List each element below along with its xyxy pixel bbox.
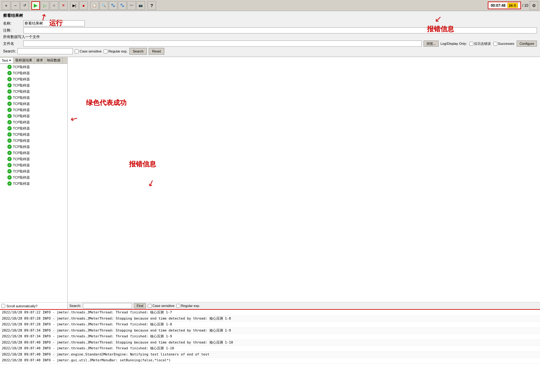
log-line: 2022/10/28 09:07:34 INFO - jmeter.thread… bbox=[0, 328, 540, 334]
tree-item[interactable]: ✓ TCP取样器 bbox=[0, 88, 67, 95]
successes-checkbox[interactable] bbox=[493, 42, 497, 46]
detail-content bbox=[68, 57, 540, 302]
tree-panel: Text ▼ 取样器结果 请求 响应数据 ✓ TCP取样器 ✓ bbox=[0, 57, 68, 309]
bottom-case-sensitive[interactable]: Case sensitive bbox=[148, 304, 174, 308]
search-button[interactable]: Search bbox=[129, 48, 147, 55]
log-errors-checkbox[interactable] bbox=[469, 42, 473, 46]
success-icon: ✓ bbox=[7, 181, 12, 186]
tree-item-label: TCP取样器 bbox=[13, 163, 30, 168]
warning-badge[interactable]: 24 ⚠ bbox=[507, 3, 518, 8]
reset-button[interactable]: ↺ bbox=[20, 1, 29, 10]
tree-item[interactable]: ✓ TCP取样器 bbox=[0, 150, 67, 156]
search-label: Search: bbox=[3, 49, 16, 53]
tree-item[interactable]: ✓ TCP取样器 bbox=[0, 162, 67, 168]
template-button[interactable]: 📋 bbox=[90, 1, 99, 10]
tree-list: ✓ TCP取样器 ✓ TCP取样器 ✓ TCP取样器 ✓ TCP取样器 ✓ TC… bbox=[0, 64, 67, 302]
col-request[interactable]: 请求 bbox=[34, 57, 45, 64]
col-request-label: 请求 bbox=[36, 58, 43, 63]
remove-button[interactable]: − bbox=[11, 1, 20, 10]
run-no-pause-button[interactable]: ▷ bbox=[41, 1, 49, 10]
regular-exp-label[interactable]: Regular exp. bbox=[104, 49, 127, 53]
find-button[interactable]: Find bbox=[134, 303, 146, 309]
regular-exp-checkbox[interactable] bbox=[104, 49, 108, 53]
record-button[interactable]: ● bbox=[79, 1, 88, 10]
browse-button[interactable]: 浏览... bbox=[424, 41, 439, 47]
successes-label[interactable]: Successes bbox=[493, 42, 514, 46]
comment-input[interactable] bbox=[23, 27, 537, 33]
tree-item[interactable]: ✓ TCP取样器 bbox=[0, 180, 67, 187]
file-input[interactable] bbox=[23, 41, 422, 47]
stop-button[interactable]: ○ bbox=[50, 1, 58, 10]
success-icon: ✓ bbox=[7, 95, 12, 100]
tree-item[interactable]: ✓ TCP取样器 bbox=[0, 174, 67, 180]
success-icon: ✓ bbox=[7, 83, 12, 87]
col-text[interactable]: Text ▼ bbox=[0, 58, 14, 63]
configure-button[interactable]: Configure bbox=[517, 41, 537, 47]
tree-item[interactable]: ✓ TCP取样器 bbox=[0, 101, 67, 107]
bottom-search-input[interactable] bbox=[83, 303, 132, 309]
tools2-button[interactable]: 🐾 bbox=[109, 1, 117, 10]
stop-now-button[interactable]: ✕ bbox=[59, 1, 68, 10]
tools1-button[interactable]: 🔍 bbox=[100, 1, 108, 10]
tree-item[interactable]: ✓ TCP取样器 bbox=[0, 107, 67, 113]
warning-icon: ⚠ bbox=[513, 3, 516, 7]
tree-item[interactable]: ✓ TCP取样器 bbox=[0, 64, 67, 70]
reset-button[interactable]: Reset bbox=[149, 48, 164, 55]
name-row: 名称: bbox=[3, 20, 537, 26]
scroll-auto-checkbox[interactable] bbox=[1, 304, 5, 308]
log-line: 2022/10/28 09:07:40 INFO - jmeter.thread… bbox=[0, 340, 540, 346]
tree-item[interactable]: ✓ TCP取样器 bbox=[0, 125, 67, 131]
tree-item-label: TCP取样器 bbox=[13, 169, 30, 174]
tree-item-label: TCP取样器 bbox=[13, 132, 30, 137]
tree-item-label: TCP取样器 bbox=[13, 175, 30, 180]
tree-item-label: TCP取样器 bbox=[13, 120, 30, 125]
col-sampler-label: 取样器结果 bbox=[15, 58, 32, 63]
help-button[interactable]: ? bbox=[147, 1, 156, 10]
col-response[interactable]: 响应数据 bbox=[45, 57, 63, 64]
tree-item[interactable]: ✓ TCP取样器 bbox=[0, 76, 67, 82]
success-icon: ✓ bbox=[7, 151, 12, 155]
timer-box: 00:07:48 24 ⚠ bbox=[488, 2, 521, 9]
bottom-regex-checkbox[interactable] bbox=[176, 304, 180, 308]
col-sampler-result[interactable]: 取样器结果 bbox=[14, 57, 34, 64]
search-row: Search: Case sensitive Regular exp. Sear… bbox=[3, 48, 537, 55]
tools5-button[interactable]: 📷 bbox=[136, 1, 145, 10]
settings-button[interactable]: ⚙ bbox=[530, 1, 538, 10]
log-line: 2022/10/28 09:07:22 INFO - jmeter.thread… bbox=[0, 310, 540, 316]
dropdown-icon: ▼ bbox=[9, 59, 11, 62]
tools4-button[interactable]: 👓 bbox=[127, 1, 136, 10]
main-area: 察看结果树 名称: 注释: 所有数据写入一个文件 文件名 浏览... Log/D… bbox=[0, 11, 540, 392]
tree-item[interactable]: ✓ TCP取样器 bbox=[0, 131, 67, 138]
tree-item-label: TCP取样器 bbox=[13, 95, 30, 100]
log-errors-label[interactable]: 仅日志错误 bbox=[469, 41, 491, 46]
bottom-regular-exp[interactable]: Regular exp. bbox=[176, 304, 200, 308]
success-icon: ✓ bbox=[7, 114, 12, 118]
log-line: 2022/10/28 09:07:40 INFO - jmeter.thread… bbox=[0, 346, 540, 352]
bottom-case-checkbox[interactable] bbox=[148, 304, 152, 308]
run-button[interactable]: ▶ bbox=[31, 1, 40, 10]
case-sensitive-label[interactable]: Case sensitive bbox=[75, 49, 102, 53]
step-button[interactable]: ▶| bbox=[70, 1, 79, 10]
tree-item[interactable]: ✓ TCP取样器 bbox=[0, 119, 67, 125]
tree-item[interactable]: ✓ TCP取样器 bbox=[0, 156, 67, 162]
tree-item[interactable]: ✓ TCP取样器 bbox=[0, 138, 67, 144]
tree-item[interactable]: ✓ TCP取样器 bbox=[0, 168, 67, 174]
tree-item[interactable]: ✓ TCP取样器 bbox=[0, 70, 67, 76]
bottom-search-bar: Search: Find Case sensitive Regular exp. bbox=[68, 302, 540, 309]
tree-item[interactable]: ✓ TCP取样器 bbox=[0, 82, 67, 88]
tree-item-label: TCP取样器 bbox=[13, 157, 30, 161]
add-button[interactable]: + bbox=[2, 1, 10, 10]
tools3-button[interactable]: 🐾 bbox=[118, 1, 127, 10]
tree-item[interactable]: ✓ TCP取样器 bbox=[0, 95, 67, 101]
case-sensitive-checkbox[interactable] bbox=[75, 49, 79, 53]
tree-item[interactable]: ✓ TCP取样器 bbox=[0, 113, 67, 119]
comment-label: 注释: bbox=[3, 28, 22, 33]
log-display-label: Log/Display Only: bbox=[440, 42, 467, 45]
tree-item[interactable]: ✓ TCP取样器 bbox=[0, 144, 67, 150]
search-input[interactable] bbox=[18, 48, 73, 54]
name-input[interactable] bbox=[23, 20, 85, 26]
scroll-auto-label: Scroll automatically? bbox=[6, 304, 37, 308]
success-icon: ✓ bbox=[7, 132, 12, 137]
file-section-label: 所有数据写入一个文件 bbox=[3, 34, 40, 40]
panel-title: 察看结果树 bbox=[3, 13, 537, 18]
